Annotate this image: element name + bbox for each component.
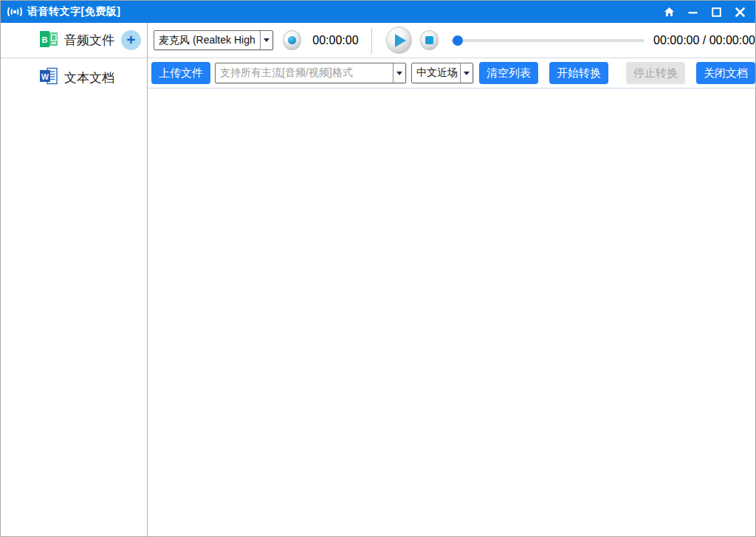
- sound-wave-icon: [7, 5, 23, 18]
- add-audio-button[interactable]: +: [121, 30, 141, 50]
- toolbar-divider: [371, 27, 372, 54]
- close-icon[interactable]: [730, 3, 749, 21]
- chevron-down-icon[interactable]: [393, 63, 405, 83]
- sidebar-item-text-document[interactable]: W 文本文档: [1, 58, 147, 97]
- format-select[interactable]: 支持所有主流[音频/视频]格式: [215, 63, 406, 83]
- minimize-icon[interactable]: [683, 3, 702, 21]
- home-icon[interactable]: [659, 3, 678, 21]
- stop-button[interactable]: [420, 30, 439, 50]
- stop-icon: [425, 36, 433, 44]
- slider-handle[interactable]: [453, 35, 463, 46]
- sidebar-item-audio-files[interactable]: B 音频文件 +: [1, 23, 147, 58]
- sidebar-item-label: 音频文件: [64, 32, 114, 49]
- svg-text:W: W: [41, 72, 49, 81]
- chevron-down-icon[interactable]: [460, 63, 472, 83]
- svg-text:B: B: [42, 35, 48, 44]
- main-panel: 麦克风 (Realtek High 00:00:00 0: [148, 23, 755, 536]
- record-button[interactable]: [283, 30, 302, 50]
- upload-file-button[interactable]: 上传文件: [151, 62, 210, 84]
- playback-progress-slider[interactable]: [451, 35, 645, 46]
- text-document-icon: W: [39, 66, 58, 89]
- recorder-player-toolbar: 麦克风 (Realtek High 00:00:00 0: [148, 23, 755, 58]
- playback-time-display: 00:00:00 / 00:00:00: [653, 34, 755, 47]
- sidebar: B 音频文件 +: [1, 23, 148, 536]
- audio-file-icon: B: [39, 30, 58, 52]
- language-select-value: 中文近场: [412, 63, 460, 83]
- app-window: 语音转文字[免费版] B: [0, 0, 756, 537]
- format-select-placeholder: 支持所有主流[音频/视频]格式: [216, 63, 393, 83]
- microphone-select[interactable]: 麦克风 (Realtek High: [154, 30, 273, 50]
- record-timer: 00:00:00: [312, 34, 358, 47]
- slider-track: [451, 39, 645, 42]
- start-convert-button[interactable]: 开始转换: [549, 62, 608, 84]
- maximize-icon[interactable]: [707, 3, 726, 21]
- close-document-button[interactable]: 关闭文档: [696, 62, 755, 84]
- microphone-select-value: 麦克风 (Realtek High: [154, 31, 260, 49]
- titlebar: 语音转文字[免费版]: [1, 1, 755, 23]
- record-dot-icon: [288, 36, 296, 44]
- chevron-down-icon[interactable]: [260, 31, 272, 49]
- window-title: 语音转文字[免费版]: [27, 5, 120, 18]
- sidebar-item-label: 文本文档: [64, 69, 114, 86]
- clear-list-button[interactable]: 清空列表: [479, 62, 538, 84]
- stop-convert-button: 停止转换: [626, 62, 685, 84]
- language-select[interactable]: 中文近场: [411, 63, 473, 83]
- file-list-area[interactable]: [148, 89, 755, 536]
- play-button[interactable]: [386, 27, 412, 54]
- play-icon: [395, 34, 406, 47]
- file-toolbar: 上传文件 支持所有主流[音频/视频]格式 中文近场 清空列表 开始转换 停止转换…: [148, 58, 755, 89]
